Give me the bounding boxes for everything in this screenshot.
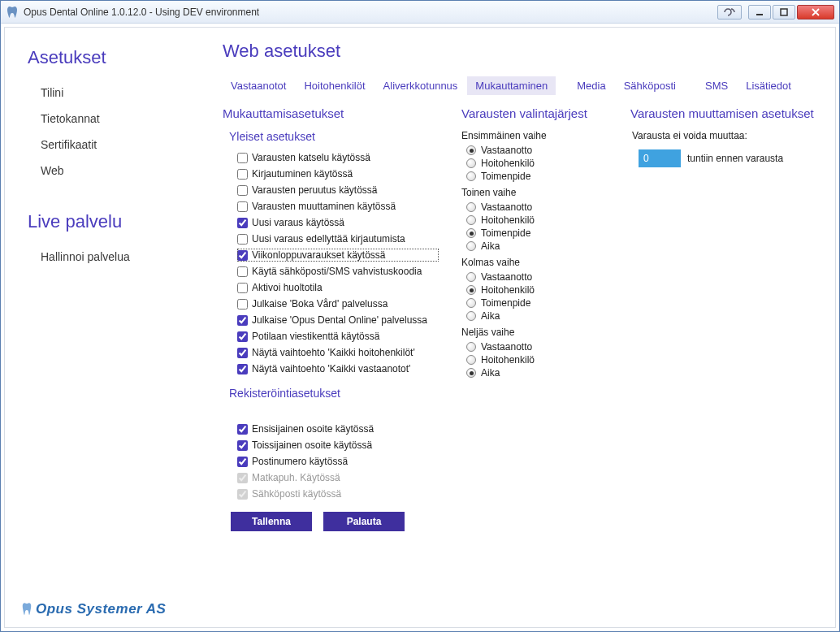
radio-icon[interactable] <box>466 272 476 282</box>
sidebar-item-web[interactable]: Web <box>28 158 208 184</box>
radio-row[interactable]: Aika <box>466 240 608 252</box>
radio-row[interactable]: Vastaanotto <box>466 201 608 213</box>
radio-icon[interactable] <box>466 368 476 378</box>
checkbox-row[interactable]: Varausten katselu käytössä <box>237 151 439 164</box>
radio-label: Toimenpide <box>481 171 530 182</box>
radio-row[interactable]: Hoitohenkilö <box>466 214 608 226</box>
radio-row[interactable]: Toimenpide <box>466 297 608 309</box>
checkbox[interactable] <box>237 331 248 342</box>
checkbox-row[interactable]: Toissijainen osoite käytössä <box>237 439 439 452</box>
checkbox[interactable] <box>237 364 248 374</box>
minimize-button[interactable] <box>748 5 771 19</box>
phase-head: Ensimmäinen vaihe <box>461 130 608 141</box>
radio-icon[interactable] <box>466 171 476 181</box>
radio-row[interactable]: Aika <box>466 310 608 322</box>
radio-row[interactable]: Toimenpide <box>466 227 608 239</box>
phases-list: Ensimmäinen vaiheVastaanottoHoitohenkilö… <box>461 130 608 379</box>
radio-row[interactable]: Vastaanotto <box>466 341 608 353</box>
checkbox-row[interactable]: Aktivoi huoltotila <box>237 281 439 294</box>
radio-row[interactable]: Vastaanotto <box>466 271 608 283</box>
tab-media[interactable]: Media <box>569 76 613 95</box>
sidebar-item-sertifikaatit[interactable]: Sertifikaatit <box>28 132 208 158</box>
main-panel: Web asetukset VastaanototHoitohenkilötAl… <box>208 28 835 627</box>
checkbox[interactable] <box>237 169 248 180</box>
radio-label: Vastaanotto <box>481 201 532 213</box>
checkbox[interactable] <box>237 234 248 245</box>
checkbox-row[interactable]: Käytä sähköposti/SMS vahvistuskoodia <box>237 265 439 278</box>
save-button[interactable]: Tallenna <box>231 512 312 531</box>
checkbox-label: Uusi varaus käytössä <box>252 216 344 229</box>
maximize-button[interactable] <box>773 5 795 19</box>
checkbox[interactable] <box>237 424 248 435</box>
general-settings-head: Yleiset asetukset <box>229 130 439 143</box>
close-button[interactable] <box>797 5 834 19</box>
tab-aliverkkotunnus[interactable]: Aliverkkotunnus <box>375 76 466 95</box>
checkbox[interactable] <box>237 348 248 358</box>
checkbox-row[interactable]: Julkaise 'Boka Vård' palvelussa <box>237 297 439 310</box>
checkbox-label: Matkapuh. Käytössä <box>252 471 340 484</box>
radio-icon[interactable] <box>466 342 476 352</box>
checkbox[interactable] <box>237 440 248 451</box>
radio-row[interactable]: Toimenpide <box>466 171 608 182</box>
radio-icon[interactable] <box>466 228 476 238</box>
radio-row[interactable]: Hoitohenkilö <box>466 354 608 366</box>
checkbox-row[interactable]: Postinumero käytössä <box>237 455 439 468</box>
sidebar-item-tilini[interactable]: Tilini <box>28 80 208 106</box>
checkbox-row[interactable]: Uusi varaus edellyttää kirjautumista <box>237 232 439 245</box>
checkbox-label: Julkaise 'Opus Dental Online' palvelussa <box>252 314 427 327</box>
radio-icon[interactable] <box>466 215 476 225</box>
checkbox[interactable] <box>237 283 248 293</box>
checkbox[interactable] <box>237 153 248 163</box>
radio-row[interactable]: Hoitohenkilö <box>466 284 608 296</box>
sidebar-item-hallinnoi[interactable]: Hallinnoi palvelua <box>28 244 208 270</box>
checkbox[interactable] <box>237 315 248 326</box>
radio-icon[interactable] <box>466 158 476 168</box>
checkbox-row[interactable]: Kirjautuminen käytössä <box>237 167 439 180</box>
checkbox-row[interactable]: Ensisijainen osoite käytössä <box>237 422 439 435</box>
checkbox[interactable] <box>237 201 248 212</box>
radio-icon[interactable] <box>466 202 476 212</box>
tab-sms[interactable]: SMS <box>697 76 736 95</box>
checkbox-label: Aktivoi huoltotila <box>252 281 323 294</box>
checkbox[interactable] <box>237 250 248 261</box>
tab-sähköposti[interactable]: Sähköposti <box>616 76 684 95</box>
radio-label: Vastaanotto <box>481 145 532 156</box>
checkbox-row: Matkapuh. Käytössä <box>237 471 439 484</box>
checkbox-row[interactable]: Julkaise 'Opus Dental Online' palvelussa <box>237 314 439 327</box>
checkbox-row[interactable]: Potilaan viestikenttä käytössä <box>237 330 439 343</box>
sidebar-item-tietokannat[interactable]: Tietokannat <box>28 106 208 132</box>
tab-lisätiedot[interactable]: Lisätiedot <box>738 76 799 95</box>
tab-vastaanotot[interactable]: Vastaanotot <box>223 76 294 95</box>
checkbox-row[interactable]: Näytä vaihtoehto 'Kaikki vastaanotot' <box>237 362 439 375</box>
help-button[interactable] <box>717 5 742 19</box>
checkbox-row[interactable]: Varausten peruutus käytössä <box>237 184 439 197</box>
reset-button[interactable]: Palauta <box>323 512 405 531</box>
checkbox[interactable] <box>237 218 248 228</box>
radio-icon[interactable] <box>466 241 476 251</box>
checkbox-row[interactable]: Uusi varaus käytössä <box>237 216 439 229</box>
radio-icon[interactable] <box>466 355 476 365</box>
app-window: Opus Dental Online 1.0.12.0 - Using DEV … <box>0 0 840 632</box>
hours-before-input[interactable] <box>639 149 681 167</box>
checkbox[interactable] <box>237 185 248 196</box>
radio-label: Vastaanotto <box>481 341 532 353</box>
radio-icon[interactable] <box>466 311 476 321</box>
checkbox-row[interactable]: Varausten muuttaminen käytössä <box>237 200 439 213</box>
tab-hoitohenkilöt[interactable]: Hoitohenkilöt <box>296 76 373 95</box>
booking-order-column: Varausten valintajärjest Ensimmäinen vai… <box>461 106 608 531</box>
tab-mukauttaminen[interactable]: Mukauttaminen <box>467 76 556 95</box>
client-area: Asetukset Tilini Tietokannat Sertifikaat… <box>4 27 836 628</box>
checkbox[interactable] <box>237 266 248 277</box>
checkbox[interactable] <box>237 457 248 467</box>
phase-head: Kolmas vaihe <box>461 257 608 268</box>
checkbox-row[interactable]: Viikonloppuvaraukset käytössä <box>237 249 439 262</box>
checkbox-row[interactable]: Näytä vaihtoehto 'Kaikki hoitohenkilöt' <box>237 346 439 359</box>
checkbox-label: Näytä vaihtoehto 'Kaikki vastaanotot' <box>252 362 410 375</box>
radio-icon[interactable] <box>466 298 476 308</box>
radio-icon[interactable] <box>466 285 476 295</box>
radio-row[interactable]: Aika <box>466 367 608 379</box>
radio-icon[interactable] <box>466 145 476 155</box>
checkbox[interactable] <box>237 299 248 310</box>
radio-row[interactable]: Hoitohenkilö <box>466 158 608 169</box>
radio-row[interactable]: Vastaanotto <box>466 145 608 156</box>
